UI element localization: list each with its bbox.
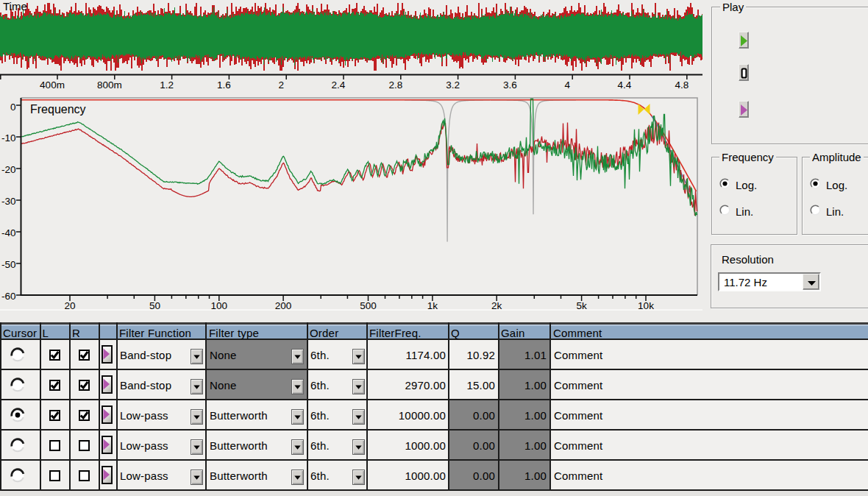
svg-text:4: 4 — [564, 79, 570, 91]
svg-text:1.6: 1.6 — [217, 79, 231, 91]
svg-text:1k: 1k — [427, 300, 438, 311]
svg-text:3.6: 3.6 — [503, 79, 517, 91]
svg-text:Frequency: Frequency — [30, 103, 86, 116]
svg-text:-20: -20 — [1, 164, 16, 175]
svg-text:4.4: 4.4 — [618, 79, 632, 91]
svg-text:10k: 10k — [638, 300, 654, 311]
svg-text:2: 2 — [278, 79, 284, 91]
svg-text:100: 100 — [211, 300, 228, 311]
svg-text:-30: -30 — [1, 196, 16, 207]
svg-text:0: 0 — [10, 102, 16, 113]
svg-text:-10: -10 — [1, 132, 16, 144]
svg-text:2.8: 2.8 — [388, 79, 402, 91]
svg-text:-60: -60 — [1, 291, 16, 302]
svg-text:2.4: 2.4 — [332, 79, 346, 91]
svg-text:-50: -50 — [1, 259, 16, 270]
svg-text:800m: 800m — [97, 79, 122, 91]
svg-text:4.8: 4.8 — [675, 79, 689, 91]
svg-text:20: 20 — [64, 300, 75, 311]
svg-text:2k: 2k — [491, 300, 502, 311]
svg-text:200: 200 — [275, 300, 292, 311]
svg-text:1.2: 1.2 — [160, 79, 174, 91]
svg-text:Time: Time — [3, 0, 27, 13]
svg-text:3.2: 3.2 — [446, 79, 460, 91]
svg-text:-40: -40 — [1, 227, 16, 238]
svg-text:500: 500 — [360, 300, 377, 311]
svg-text:50: 50 — [149, 300, 160, 311]
svg-text:5k: 5k — [576, 300, 587, 311]
svg-text:400m: 400m — [40, 79, 65, 91]
